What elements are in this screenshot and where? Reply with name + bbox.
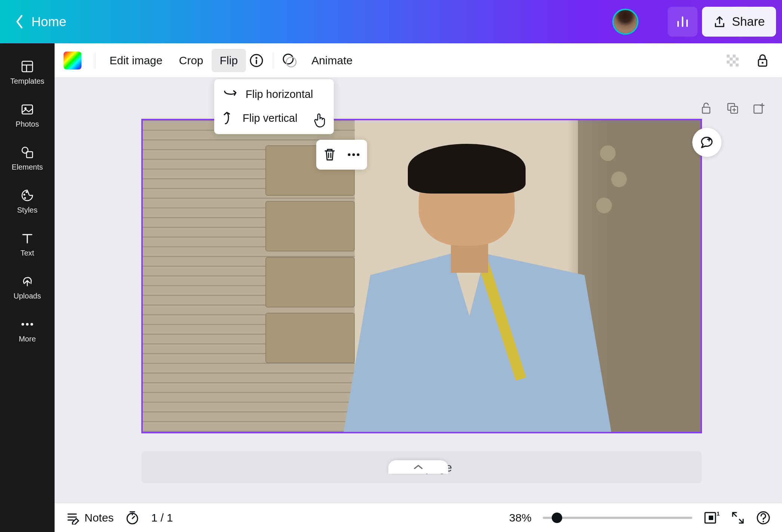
avatar-image bbox=[614, 10, 637, 33]
svg-point-24 bbox=[762, 62, 764, 64]
color-picker-button[interactable] bbox=[64, 52, 81, 69]
styles-icon bbox=[20, 188, 35, 203]
svg-point-7 bbox=[24, 197, 26, 199]
duplicate-page-button[interactable] bbox=[724, 100, 741, 117]
grid-view-button[interactable]: 1 bbox=[704, 510, 720, 525]
notes-icon bbox=[66, 511, 79, 525]
transparency-icon bbox=[725, 53, 740, 68]
flip-horizontal-option[interactable]: Flip horizontal bbox=[214, 83, 334, 106]
insights-button[interactable] bbox=[668, 7, 698, 37]
svg-text:1: 1 bbox=[717, 510, 720, 517]
info-button[interactable] bbox=[246, 50, 267, 71]
toolbar-left: Edit image Crop Flip Animate bbox=[64, 49, 361, 72]
svg-point-14 bbox=[286, 57, 296, 67]
transparency-button[interactable] bbox=[279, 50, 300, 71]
sidebar-item-elements[interactable]: Elements bbox=[0, 137, 55, 180]
sidebar-item-more[interactable]: More bbox=[0, 309, 55, 352]
fullscreen-button[interactable] bbox=[731, 511, 745, 525]
page-lock-button[interactable] bbox=[698, 100, 715, 117]
zoom-percent[interactable]: 38% bbox=[509, 511, 532, 524]
sidebar-item-templates[interactable]: Templates bbox=[0, 51, 55, 94]
page-controls bbox=[698, 100, 767, 117]
comment-icon bbox=[699, 134, 715, 151]
bottom-bar: Notes 1 / 1 38% 1 bbox=[55, 503, 782, 532]
svg-point-12 bbox=[256, 57, 258, 59]
svg-point-30 bbox=[352, 154, 355, 156]
sidebar-label: Uploads bbox=[13, 292, 41, 300]
comment-button[interactable] bbox=[692, 128, 721, 157]
flip-vertical-option[interactable]: Flip vertical bbox=[214, 106, 334, 130]
sidebar-label: Styles bbox=[17, 206, 37, 214]
home-link[interactable]: Home bbox=[31, 14, 66, 29]
element-toolbar bbox=[316, 140, 367, 170]
zoom-slider-handle[interactable] bbox=[552, 513, 562, 523]
app-header: Home Share bbox=[0, 0, 782, 43]
transparency-grid-button[interactable] bbox=[722, 50, 743, 71]
sidebar-item-photos[interactable]: Photos bbox=[0, 94, 55, 137]
svg-point-3 bbox=[22, 147, 28, 153]
sidebar-label: More bbox=[19, 335, 36, 343]
templates-icon bbox=[20, 59, 35, 74]
add-member-button[interactable] bbox=[636, 7, 665, 37]
flip-vertical-icon bbox=[223, 111, 234, 125]
chevron-left-icon bbox=[15, 14, 24, 29]
workspace: Edit image Crop Flip Animate bbox=[55, 43, 782, 532]
page-indicator: 1 / 1 bbox=[151, 511, 173, 524]
timer-icon bbox=[125, 510, 140, 525]
flip-horizontal-label: Flip horizontal bbox=[246, 88, 313, 100]
context-toolbar: Edit image Crop Flip Animate bbox=[55, 43, 782, 78]
svg-rect-18 bbox=[736, 58, 739, 61]
selected-image[interactable] bbox=[143, 120, 701, 432]
svg-point-37 bbox=[763, 521, 764, 522]
back-button[interactable] bbox=[15, 14, 24, 29]
zoom-slider[interactable] bbox=[543, 517, 692, 519]
svg-point-31 bbox=[357, 154, 360, 156]
add-page-icon-button[interactable] bbox=[751, 100, 767, 117]
delete-element-button[interactable] bbox=[319, 144, 340, 165]
flip-dropdown-menu: Flip horizontal Flip vertical bbox=[214, 79, 334, 134]
uploads-icon bbox=[20, 274, 35, 289]
timer-button[interactable] bbox=[125, 510, 140, 525]
duplicate-icon bbox=[726, 102, 739, 115]
add-page-icon bbox=[752, 102, 765, 115]
photos-icon bbox=[20, 102, 35, 117]
lock-button[interactable] bbox=[752, 50, 773, 71]
bottom-left: Notes 1 / 1 bbox=[66, 510, 173, 525]
svg-point-5 bbox=[24, 194, 25, 196]
sidebar: Templates Photos Elements Styles Text bbox=[0, 43, 55, 532]
page-panel-handle[interactable] bbox=[388, 460, 448, 474]
svg-rect-34 bbox=[709, 516, 713, 520]
sidebar-item-text[interactable]: Text bbox=[0, 223, 55, 266]
user-avatar[interactable] bbox=[612, 9, 638, 35]
svg-point-29 bbox=[348, 154, 351, 156]
sidebar-item-uploads[interactable]: Uploads bbox=[0, 266, 55, 309]
elements-icon bbox=[20, 145, 35, 160]
notes-label: Notes bbox=[84, 511, 114, 524]
svg-point-8 bbox=[22, 323, 24, 326]
animate-button[interactable]: Animate bbox=[303, 49, 361, 72]
svg-rect-0 bbox=[22, 61, 33, 72]
svg-point-10 bbox=[31, 323, 33, 326]
sidebar-label: Elements bbox=[12, 163, 43, 171]
fullscreen-icon bbox=[731, 511, 745, 525]
element-more-button[interactable] bbox=[343, 144, 364, 165]
share-button[interactable]: Share bbox=[702, 7, 776, 37]
svg-rect-25 bbox=[702, 107, 710, 113]
circles-icon bbox=[282, 53, 298, 68]
sidebar-item-styles[interactable]: Styles bbox=[0, 180, 55, 223]
sidebar-label: Photos bbox=[16, 120, 39, 129]
info-icon bbox=[249, 53, 264, 68]
notes-button[interactable]: Notes bbox=[66, 511, 114, 525]
edit-image-button[interactable]: Edit image bbox=[101, 49, 171, 72]
flip-button[interactable]: Flip bbox=[212, 49, 246, 72]
pages-icon: 1 bbox=[704, 510, 720, 525]
svg-rect-17 bbox=[730, 58, 733, 61]
crop-button[interactable]: Crop bbox=[171, 49, 212, 72]
more-icon bbox=[20, 317, 35, 332]
divider bbox=[95, 52, 95, 69]
dots-icon bbox=[346, 152, 361, 157]
share-label: Share bbox=[732, 15, 765, 29]
help-button[interactable] bbox=[756, 510, 771, 525]
canvas-page[interactable] bbox=[141, 119, 702, 433]
svg-rect-16 bbox=[733, 55, 736, 58]
